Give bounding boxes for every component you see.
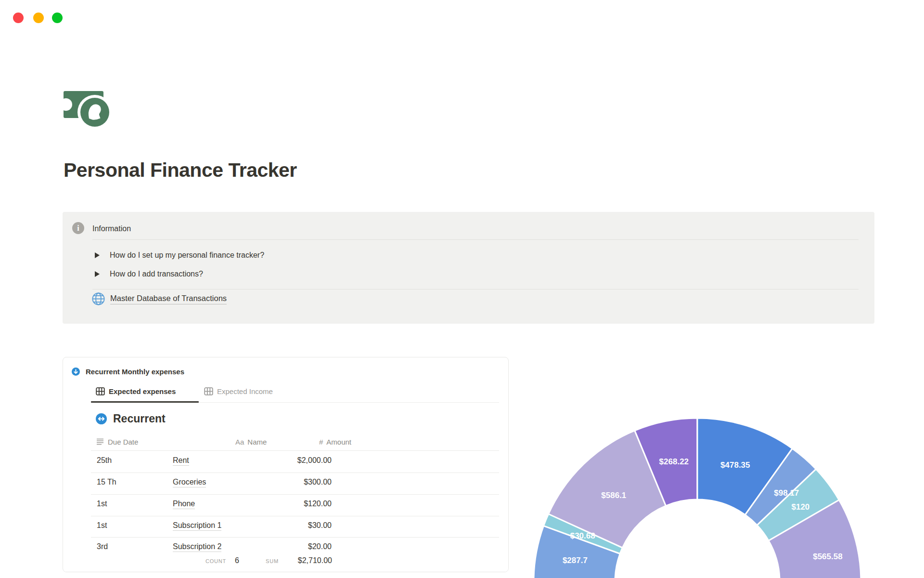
toggle-add-transactions-question[interactable]: How do I add transactions? [95,269,203,279]
card-title: Recurrent Monthly expenses [86,368,184,376]
cell-name[interactable]: Rent [173,456,189,466]
active-tab-underline [91,401,199,403]
hash-icon: # [319,438,323,446]
table-footer: COUNT 6 SUM $2,710.00 [64,552,509,572]
cell-amount[interactable]: $300.00 [222,478,332,486]
minimize-window-button[interactable] [33,13,44,23]
lines-icon [97,438,104,445]
cell-name[interactable]: Phone [173,499,195,509]
cell-amount[interactable]: $30.00 [222,521,332,530]
column-header-name[interactable]: Aa Name [235,437,267,447]
cell-due-date[interactable]: 1st [97,521,107,530]
left-right-arrows-circle-icon[interactable] [96,413,107,424]
callout-title: Information [92,224,131,233]
information-callout: i Information How do I set up my persona… [63,212,874,324]
toggle-setup-question[interactable]: How do I set up my personal finance trac… [95,250,264,260]
divider [92,239,859,240]
arrow-down-circle-icon[interactable] [72,368,80,376]
cell-name[interactable]: Groceries [173,478,206,487]
expenses-donut-chart: $287.7$30.68$586.1$268.22$478.35$98.17$1… [520,412,876,578]
donut-slice-label: $120 [791,502,809,512]
recurrent-section-header: Recurrent [96,412,166,425]
cell-amount[interactable]: $120.00 [222,499,332,508]
info-icon: i [72,222,84,234]
column-header-amount[interactable]: # Amount [319,437,351,447]
donut-slice-label: $268.22 [659,457,689,466]
donut-slice-label: $287.7 [563,556,588,565]
cell-name[interactable]: Subscription 1 [173,521,221,531]
table-icon [96,387,105,395]
tab-label: Expected Income [217,387,273,395]
cell-due-date[interactable]: 25th [97,456,112,465]
cell-due-date[interactable]: 3rd [97,542,108,551]
globe-icon [91,292,105,306]
page-title: Personal Finance Tracker [64,159,297,182]
table-row[interactable]: 1st Phone $120.00 [63,494,509,515]
close-window-button[interactable] [13,13,24,23]
Aa-icon: Aa [235,438,244,446]
cell-due-date[interactable]: 1st [97,499,107,508]
money-banknote-coin-icon[interactable] [64,88,114,127]
sum-value[interactable]: $2,710.00 [222,556,332,565]
cell-due-date[interactable]: 15 Th [97,478,116,486]
table-row[interactable]: 15 Th Groceries $300.00 [63,472,509,494]
card-header: Recurrent Monthly expenses [72,368,184,376]
tab-expected-expenses[interactable]: Expected expenses [96,387,176,395]
link-label[interactable]: Master Database of Transactions [110,294,227,304]
table-row[interactable]: 25th Rent $2,000.00 [63,450,509,472]
cell-name[interactable]: Subscription 2 [173,542,221,552]
section-title: Recurrent [113,412,166,425]
donut-slice-label: $30.68 [570,531,595,540]
tab-expected-income[interactable]: Expected Income [204,387,273,395]
master-database-link[interactable]: Master Database of Transactions [91,292,227,306]
cell-amount[interactable]: $2,000.00 [222,456,332,465]
donut-slice-label: $565.58 [813,552,842,561]
zoom-window-button[interactable] [52,13,63,23]
divider [92,289,859,289]
table-row[interactable]: 1st Subscription 1 $30.00 [63,515,509,537]
table-icon [204,387,213,395]
recurrent-expenses-card: Recurrent Monthly expenses Expected expe… [63,357,509,572]
column-header-due-date[interactable]: Due Date [97,437,138,447]
donut-slice-label: $586.1 [601,491,626,500]
toggle-triangle-icon[interactable] [95,271,100,277]
tab-label: Expected expenses [109,387,176,395]
cell-amount[interactable]: $20.00 [222,542,332,551]
donut-slice-label: $98.17 [774,488,799,498]
toggle-triangle-icon[interactable] [95,252,100,258]
donut-slice-label: $478.35 [720,460,750,470]
